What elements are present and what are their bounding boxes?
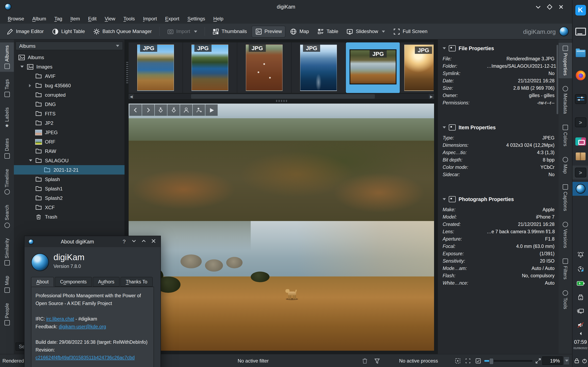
collapsed-arrow-icon[interactable] bbox=[29, 84, 31, 87]
albums-header-dropdown[interactable]: Albums bbox=[16, 42, 123, 50]
right-tab-colors[interactable]: Colors bbox=[559, 122, 572, 149]
collapse-arrow-icon[interactable] bbox=[443, 126, 446, 128]
import-button[interactable]: Import bbox=[164, 26, 200, 37]
menu-item[interactable]: Item bbox=[67, 15, 84, 22]
tree-item-trash[interactable]: Trash bbox=[14, 212, 125, 221]
fit-selection-icon[interactable] bbox=[475, 358, 481, 365]
clock[interactable]: 07:59 bbox=[572, 339, 588, 345]
collapse-arrow-icon[interactable] bbox=[443, 198, 446, 200]
trash-icon[interactable] bbox=[362, 358, 368, 365]
tree-item-splash1[interactable]: Splash1 bbox=[14, 184, 125, 193]
revision-link[interactable]: c216624f4fb49af301583511b424736c26ac7cbd bbox=[35, 355, 135, 360]
power-icon[interactable] bbox=[580, 354, 588, 367]
scrollbar-track[interactable] bbox=[134, 94, 429, 99]
scroll-left-arrow-icon[interactable]: ◀ bbox=[129, 94, 134, 99]
tree-item-corrupted[interactable]: corrupted bbox=[14, 90, 125, 100]
menu-export[interactable]: Export bbox=[162, 15, 183, 22]
tree-item-raw[interactable]: RAW bbox=[14, 146, 125, 156]
preview-button[interactable]: Preview bbox=[252, 26, 285, 37]
add-face-tag-button[interactable] bbox=[193, 104, 205, 116]
file-manager-icon[interactable] bbox=[572, 47, 588, 60]
zoom-slider-knob[interactable] bbox=[489, 358, 494, 365]
minimize-icon[interactable] bbox=[535, 4, 541, 10]
date[interactable]: 01/09/2022 bbox=[572, 347, 588, 350]
tree-item-splash2[interactable]: Splash2 bbox=[14, 193, 125, 203]
tree-item-images[interactable]: Images bbox=[14, 62, 125, 71]
menu-tag[interactable]: Tag bbox=[51, 15, 66, 22]
zoom-dropdown-button[interactable] bbox=[563, 356, 570, 365]
right-tab-captions[interactable]: Captions bbox=[559, 182, 572, 214]
full-screen-button[interactable]: Full Screen bbox=[390, 26, 431, 37]
splitter-handle[interactable] bbox=[276, 100, 287, 102]
sidebar-tab-similarity[interactable]: Similarity bbox=[0, 235, 14, 268]
menu-help[interactable]: Help bbox=[210, 15, 227, 22]
tree-item-orf[interactable]: ORF bbox=[14, 137, 125, 146]
tree-item-dng[interactable]: DNG bbox=[14, 100, 125, 109]
sidebar-tab-timeline[interactable]: Timeline bbox=[0, 166, 14, 198]
dialog-close-icon[interactable] bbox=[150, 239, 157, 245]
section-header[interactable]: Photograph Properties bbox=[443, 196, 554, 202]
tree-item-albums[interactable]: Albums bbox=[14, 53, 125, 62]
dialog-tab-components[interactable]: Components bbox=[55, 277, 92, 287]
zoom-percentage[interactable]: 19% bbox=[542, 356, 563, 365]
menu-tools[interactable]: Tools bbox=[120, 15, 139, 22]
thumbnails-button[interactable]: Thumbnails bbox=[209, 26, 250, 37]
dialog-tab-about[interactable]: About bbox=[31, 277, 54, 287]
scrollbar-thumb[interactable] bbox=[191, 94, 375, 99]
dialog-minimize-icon[interactable] bbox=[131, 239, 137, 245]
collapse-arrow-icon[interactable] bbox=[443, 47, 446, 49]
slideshow-button[interactable]: Slideshow bbox=[343, 26, 388, 37]
thumbstrip-grip[interactable] bbox=[126, 62, 128, 83]
section-header[interactable]: Item Properties bbox=[443, 124, 554, 131]
section-header[interactable]: File Properties bbox=[443, 45, 554, 51]
batch-queue-manager-button[interactable]: Batch Queue Manager bbox=[90, 26, 155, 37]
tree-item-splash[interactable]: Splash bbox=[14, 175, 125, 184]
rotate-left-button[interactable] bbox=[155, 104, 167, 116]
tree-item-xcf[interactable]: XCF bbox=[14, 203, 125, 212]
right-tab-versions[interactable]: Versions bbox=[559, 219, 572, 251]
menu-view[interactable]: View bbox=[101, 15, 119, 22]
irc-link[interactable]: irc.libera.chat bbox=[46, 317, 74, 321]
terminal-icon-2[interactable]: > bbox=[572, 166, 588, 179]
thumbnail-boat-wake[interactable]: JPG bbox=[292, 42, 346, 93]
virtual-desktop-icon[interactable] bbox=[572, 25, 588, 38]
maximize-icon[interactable] bbox=[547, 4, 553, 10]
slideshow-play-button[interactable] bbox=[205, 104, 218, 116]
sidebar-tab-labels[interactable]: Labels★ bbox=[0, 104, 14, 131]
title-bar[interactable]: digiKam bbox=[0, 0, 572, 14]
tree-item-fits[interactable]: FITS bbox=[14, 109, 125, 118]
thumbnail-lake-morning[interactable]: JPG bbox=[129, 42, 183, 93]
filter-funnel-icon[interactable] bbox=[374, 358, 380, 365]
menu-browse[interactable]: Browse bbox=[4, 15, 28, 22]
settings-icon[interactable] bbox=[572, 92, 588, 106]
battery-icon[interactable] bbox=[572, 276, 588, 290]
sidebar-tab-map[interactable]: Map bbox=[0, 273, 14, 295]
expanded-arrow-icon[interactable] bbox=[29, 159, 32, 161]
tree-item-salagou[interactable]: SALAGOU bbox=[14, 156, 125, 165]
light-table-button[interactable]: Light Table bbox=[49, 26, 88, 37]
map-button[interactable]: Map bbox=[287, 26, 312, 37]
sidebar-tab-people[interactable]: People bbox=[0, 300, 14, 328]
notifications-bell-icon[interactable] bbox=[572, 248, 588, 262]
tree-item-2021-12-21[interactable]: 2021-12-21 bbox=[14, 165, 125, 175]
usb-device-icon[interactable] bbox=[572, 290, 588, 304]
fit-window-icon[interactable] bbox=[454, 358, 461, 365]
close-icon[interactable] bbox=[558, 4, 564, 10]
import-dropdown-arrow[interactable] bbox=[194, 30, 197, 33]
display-icon[interactable] bbox=[572, 304, 588, 318]
right-tab-metadata[interactable]: Metadata bbox=[559, 83, 572, 117]
zoom-slider[interactable] bbox=[484, 360, 532, 362]
tree-item-bug-435660[interactable]: bug 435660 bbox=[14, 81, 125, 90]
tree-item-avif[interactable]: AVIF bbox=[14, 71, 125, 81]
terminal-icon[interactable]: > bbox=[572, 115, 588, 129]
previous-image-button[interactable] bbox=[130, 104, 142, 116]
tree-item-jpeg[interactable]: JPEG bbox=[14, 128, 125, 137]
lock-icon[interactable] bbox=[572, 354, 581, 367]
right-tab-map[interactable]: Map bbox=[559, 154, 572, 177]
tree-item-jp2[interactable]: JP2 bbox=[14, 118, 125, 128]
zoom-100-icon[interactable] bbox=[465, 358, 471, 365]
updates-icon[interactable] bbox=[572, 262, 588, 276]
scroll-right-arrow-icon[interactable]: ▶ bbox=[429, 94, 434, 99]
image-editor-button[interactable]: Image Editor bbox=[3, 26, 47, 37]
dialog-help-button[interactable]: ? bbox=[121, 239, 127, 245]
